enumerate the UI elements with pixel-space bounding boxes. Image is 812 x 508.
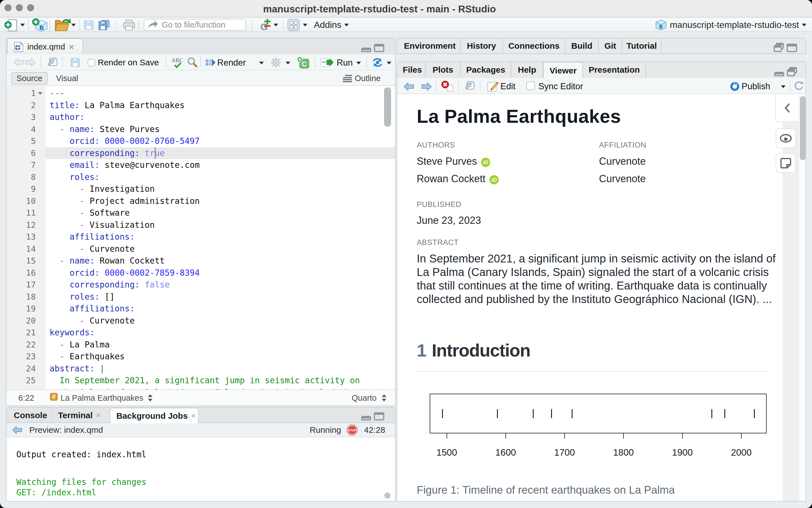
scope-selector[interactable]: La Palma Earthquakes — [60, 393, 143, 403]
search-icon-button[interactable] — [187, 57, 198, 68]
code-line-14[interactable]: 14 - Curvenote — [6, 243, 395, 255]
run-button[interactable]: Run — [337, 58, 353, 68]
popout-editor-button[interactable] — [46, 57, 57, 68]
new-project-button[interactable]: R — [32, 18, 48, 32]
spellcheck-button[interactable]: ABC — [171, 56, 184, 69]
render-button[interactable]: Render — [217, 58, 246, 68]
rerun-dropdown[interactable] — [387, 60, 391, 66]
visual-mode-button[interactable]: Visual — [56, 72, 78, 84]
code-line-23[interactable]: 23 - Earthquakes — [6, 350, 395, 363]
viewer-stop-button[interactable] — [441, 81, 453, 92]
open-file-dropdown[interactable] — [71, 18, 76, 32]
code-line-13[interactable]: 13 affiliations: — [6, 231, 395, 243]
new-file-button[interactable] — [4, 18, 18, 32]
minimize-window-button[interactable] — [16, 4, 23, 11]
code-line-4[interactable]: 4 - name: Steve Purves — [6, 123, 395, 135]
maximize-pane-icon[interactable] — [787, 44, 797, 52]
code-editor[interactable]: 1---2title: La Palma Earthquakes3author:… — [6, 86, 395, 389]
code-line-20[interactable]: 20 - Curvenote — [6, 315, 395, 327]
minimize-pane-icon[interactable] — [361, 44, 371, 52]
tab-help[interactable]: Help — [512, 62, 543, 77]
code-line-21[interactable]: 21keywords: — [6, 327, 395, 339]
viewer-edit-button[interactable]: Edit — [500, 81, 515, 91]
tab-plots[interactable]: Plots — [426, 62, 461, 77]
code-line-17[interactable]: 17 corresponding: false — [6, 279, 395, 291]
stop-job-icon[interactable]: STOP — [347, 424, 358, 436]
tab-files[interactable]: Files — [400, 62, 426, 77]
code-line-11[interactable]: 11 - Software — [6, 207, 395, 219]
console-scrollbar-dot[interactable] — [384, 493, 391, 499]
code-line-15[interactable]: 15 - name: Rowan Cockett — [6, 255, 395, 267]
restore-pane-icon[interactable] — [774, 43, 784, 52]
project-selector[interactable]: R manuscript-template-rstudio-test — [655, 18, 806, 32]
tab-environment[interactable]: Environment — [400, 38, 461, 53]
settings-button[interactable] — [270, 57, 281, 68]
code-line-22[interactable]: 22 - La Palma — [6, 339, 395, 351]
render-dropdown[interactable] — [259, 60, 264, 66]
zoom-window-button[interactable] — [27, 4, 34, 11]
code-line-3[interactable]: 3author: — [6, 111, 395, 123]
code-line-25[interactable]: 25 In September 2021, a significant jump… — [6, 375, 395, 387]
panes-button[interactable] — [287, 18, 300, 32]
tab-build[interactable]: Build — [565, 38, 599, 53]
close-tab-icon[interactable]: × — [191, 412, 196, 420]
save-button[interactable] — [84, 18, 93, 32]
code-line-24[interactable]: 24abstract: | — [6, 363, 395, 375]
back-button[interactable] — [13, 58, 24, 67]
language-mode-selector[interactable]: Quarto — [352, 393, 377, 403]
code-line-10[interactable]: 10 - Project administration — [6, 195, 395, 207]
code-line-7[interactable]: 7 email: steve@curvenote.com — [6, 159, 395, 171]
tab-history[interactable]: History — [461, 38, 503, 53]
rerun-button[interactable] — [372, 57, 383, 68]
render-on-save-checkbox[interactable] — [88, 59, 95, 67]
tab-index-qmd[interactable]: index.qmd × — [7, 38, 83, 55]
viewer-forward-button[interactable] — [421, 82, 432, 91]
viewer-scrollbar[interactable] — [799, 94, 806, 501]
tab-tutorial[interactable]: Tutorial — [622, 38, 661, 53]
code-line-12[interactable]: 12 - Visualization — [6, 219, 395, 231]
new-file-dropdown[interactable] — [20, 18, 25, 32]
orcid-icon[interactable]: iD — [481, 158, 490, 167]
restore-pane-icon[interactable] — [787, 67, 797, 76]
git-button[interactable]: G — [260, 18, 272, 32]
run-dropdown[interactable] — [356, 60, 361, 66]
viewer-scrollbar-thumb[interactable] — [800, 96, 806, 160]
code-line-16[interactable]: 16 orcid: 0000-0002-7859-8394 — [6, 267, 395, 279]
minimize-pane-icon[interactable] — [774, 68, 784, 76]
tab-packages[interactable]: Packages — [461, 62, 512, 77]
tab-presentation[interactable]: Presentation — [583, 62, 646, 77]
code-line-19[interactable]: 19 affiliations: — [6, 303, 395, 315]
addins-dropdown[interactable] — [344, 18, 349, 32]
code-line-1[interactable]: 1--- — [6, 87, 395, 99]
close-window-button[interactable] — [4, 4, 11, 11]
viewer-refresh-button[interactable] — [794, 81, 804, 91]
save-all-button[interactable] — [98, 18, 110, 32]
outline-button[interactable]: Outline — [342, 72, 381, 84]
tab-connections[interactable]: Connections — [503, 38, 565, 53]
tab-git[interactable]: Git — [599, 38, 622, 53]
comment-note-button[interactable] — [776, 153, 796, 173]
orcid-icon[interactable]: iD — [489, 175, 499, 184]
code-line-2[interactable]: 2title: La Palma Earthquakes — [6, 99, 395, 112]
goto-file-function-input[interactable]: Go to file/function — [144, 19, 246, 31]
tab-console[interactable]: Console — [6, 408, 51, 423]
source-mode-button[interactable]: Source — [11, 72, 48, 84]
collapse-panel-button[interactable] — [775, 94, 799, 122]
viewer-popout-button[interactable] — [463, 81, 475, 91]
save-file-button[interactable] — [71, 58, 80, 67]
code-line-26[interactable]: 26 the island of La Palma (Canary Island… — [6, 387, 395, 390]
publish-dropdown[interactable] — [781, 84, 785, 89]
viewer-back-button[interactable] — [403, 82, 414, 91]
code-line-6[interactable]: 6 corresponding: true — [6, 147, 395, 159]
close-tab-icon[interactable]: × — [69, 43, 74, 51]
insert-chunk-button[interactable]: C — [297, 56, 310, 69]
git-dropdown[interactable] — [274, 18, 278, 32]
open-file-button[interactable] — [54, 18, 72, 32]
print-button[interactable] — [123, 18, 135, 32]
code-line-8[interactable]: 8 roles: — [6, 171, 395, 183]
tab-background-jobs[interactable]: Background Jobs× — [110, 408, 199, 424]
minimize-pane-icon[interactable] — [361, 412, 371, 420]
close-tab-icon[interactable]: × — [96, 411, 100, 420]
forward-button[interactable] — [25, 58, 36, 67]
panes-dropdown[interactable] — [303, 18, 308, 32]
